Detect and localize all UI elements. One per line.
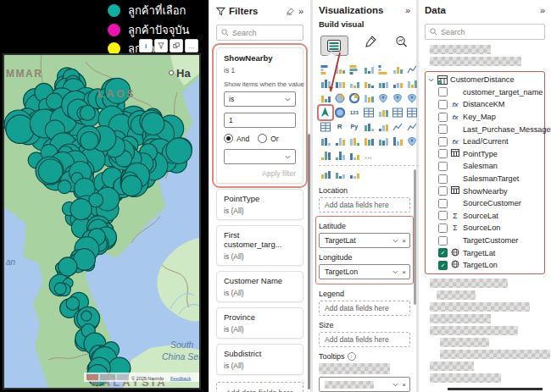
field-checkbox[interactable] [438, 113, 448, 122]
visual-icon-shape-map[interactable] [405, 91, 419, 105]
visual-icon-smart-narrative[interactable] [405, 120, 419, 134]
visual-icon-power-automate[interactable] [362, 135, 376, 148]
visual-icon-power-apps[interactable] [348, 135, 361, 148]
visual-icon-matrix[interactable] [319, 120, 332, 134]
and-radio[interactable] [224, 134, 233, 143]
filters-search-input[interactable]: Search [216, 25, 303, 41]
field-checkbox[interactable] [438, 211, 448, 220]
expand-chevron-icon[interactable] [427, 77, 435, 83]
visual-icon-deneb[interactable] [391, 135, 404, 148]
field-checkbox[interactable]: ✓ [438, 261, 448, 270]
or-radio[interactable] [258, 134, 267, 143]
visual-icon-kpi[interactable] [376, 106, 390, 119]
chevron-down-icon[interactable] [392, 239, 398, 243]
apply-filter-button[interactable]: Apply filter [224, 169, 296, 178]
remove-field-icon[interactable]: × [402, 381, 406, 389]
visual-icon-card[interactable]: 123 [348, 106, 361, 119]
visual-icon-scorecard[interactable] [376, 135, 390, 148]
field-checkbox[interactable] [438, 224, 448, 233]
copy-icon[interactable] [170, 39, 183, 52]
visual-icon-arcgis-map[interactable] [405, 135, 419, 148]
more-options-icon[interactable]: … [185, 39, 198, 52]
visual-icon-r-script-visual[interactable]: R [333, 120, 347, 134]
visual-icon-filled-map[interactable] [391, 91, 404, 105]
field-checkbox[interactable] [438, 149, 448, 158]
info-icon[interactable]: i [139, 39, 153, 52]
visual-icon-donut-chart[interactable] [348, 91, 361, 105]
chevron-down-icon[interactable] [392, 270, 398, 274]
visual-icon-get-more-visuals[interactable]: … [362, 149, 376, 163]
visual-icon-paginated-report[interactable] [333, 135, 347, 148]
visual-icon-pie-chart[interactable] [333, 91, 347, 105]
field-row-salesman[interactable]: Salesman [427, 160, 543, 173]
size-well-dropzone[interactable]: Add data fields here [319, 332, 410, 347]
field-row-pointtype[interactable]: PointType [427, 148, 543, 161]
feedback-link[interactable]: Feedback [170, 376, 191, 381]
filter-second-operator-dropdown[interactable] [224, 149, 296, 164]
visual-icon-key-influencers[interactable] [362, 120, 376, 134]
location-well-dropzone[interactable]: Add data fields here [319, 197, 410, 213]
field-checkbox[interactable] [438, 162, 448, 171]
visual-icon-stacked-column-chart[interactable] [333, 63, 347, 76]
visual-icon-area-chart[interactable] [319, 77, 332, 91]
field-checkbox[interactable] [438, 199, 448, 208]
filter-card-first-customer-targ-[interactable]: First customer_targ...is (All) [216, 225, 303, 266]
filters-add-field-dropzone[interactable]: Add data fields here [216, 382, 303, 392]
latitude-field-pill[interactable]: TargetLat × [319, 233, 410, 248]
visual-icon-stacked-area-chart[interactable] [333, 77, 347, 91]
collapse-data-icon[interactable]: » [540, 6, 545, 15]
visual-icon-azure-map[interactable] [319, 106, 332, 119]
field-checkbox[interactable] [438, 174, 448, 184]
filter-card-province[interactable]: Provinceis (All) [216, 307, 303, 339]
format-visual-tab[interactable] [362, 32, 380, 51]
visual-icon-qa-visual[interactable] [391, 120, 404, 134]
filter-card-subdistrict[interactable]: Subdistrictis (All) [216, 344, 303, 375]
filter-card-pointtype[interactable]: PointTypeis (All) [216, 189, 303, 220]
azure-map-visual[interactable]: MMAR LAOS Ha an South China Sea MALAYSIA… [3, 53, 201, 389]
field-row-salesmantarget[interactable]: SalesmanTarget [427, 173, 543, 185]
filter-icon[interactable] [154, 39, 168, 52]
field-row-sourcecustomer[interactable]: SourceCustomer [427, 197, 543, 210]
longitude-field-pill[interactable]: TargetLon × [319, 264, 410, 279]
visual-icon-metrics[interactable] [319, 135, 332, 148]
field-row-lead-current[interactable]: fxLead/Current [427, 135, 543, 148]
field-row-sourcelon[interactable]: ΣSourceLon [427, 222, 543, 235]
collapse-filters-icon[interactable]: » [298, 7, 303, 16]
visual-icon-scatter-chart[interactable] [319, 91, 332, 105]
field-row-distancekm[interactable]: fxDistanceKM [427, 98, 543, 111]
field-checkbox[interactable]: ✓ [438, 248, 448, 257]
visual-icon-custom-visual-4[interactable] [319, 168, 332, 182]
field-checkbox[interactable] [438, 236, 448, 246]
filters-scrollbar[interactable] [308, 134, 311, 389]
visual-icon-slicer[interactable] [391, 106, 404, 119]
visual-icon-decomposition-tree[interactable] [376, 120, 390, 134]
filter-card-customer-name[interactable]: Customer Nameis (All) [216, 271, 303, 302]
data-search-input[interactable]: Search [425, 24, 545, 40]
remove-field-icon[interactable]: × [402, 268, 406, 276]
visual-icon-python-visual[interactable]: Py [348, 120, 361, 134]
visual-icon-multi-row-card[interactable] [362, 106, 376, 119]
field-checkbox[interactable] [438, 87, 448, 97]
visual-icon-custom-visual-2[interactable] [333, 149, 347, 163]
build-visual-tab[interactable] [320, 36, 348, 56]
visual-icon-line-chart[interactable] [405, 63, 419, 76]
field-row-shownearby[interactable]: ShowNearby [427, 185, 543, 197]
visual-icon-line-stacked-column-chart[interactable] [348, 77, 361, 91]
visual-icon-custom-visual-6[interactable] [348, 168, 361, 182]
field-row-targetcustomer[interactable]: TargetCustomer [427, 235, 543, 247]
field-checkbox[interactable] [438, 137, 448, 146]
visual-icon-custom-visual-1[interactable] [319, 149, 332, 163]
analytics-tab[interactable] [392, 32, 410, 51]
field-checkbox[interactable] [438, 100, 448, 109]
field-row-targetlat[interactable]: ✓TargetLat [427, 246, 543, 259]
visual-icon-map[interactable] [376, 91, 390, 105]
field-checkbox[interactable] [438, 124, 448, 134]
field-row-last-purchase-message[interactable]: Last_Purchase_Message [427, 123, 543, 135]
visual-icon-custom-visual-5[interactable] [333, 168, 347, 182]
field-row-targetlon[interactable]: ✓TargetLon [427, 259, 543, 272]
visual-icon-line-clustered-column-chart[interactable] [362, 77, 376, 91]
field-row-key-map[interactable]: fxKey_Map [427, 111, 543, 124]
filter-operator-dropdown[interactable]: is [224, 91, 296, 107]
field-row-sourcelat[interactable]: ΣSourceLat [427, 210, 543, 223]
chevron-down-icon[interactable] [392, 383, 398, 387]
